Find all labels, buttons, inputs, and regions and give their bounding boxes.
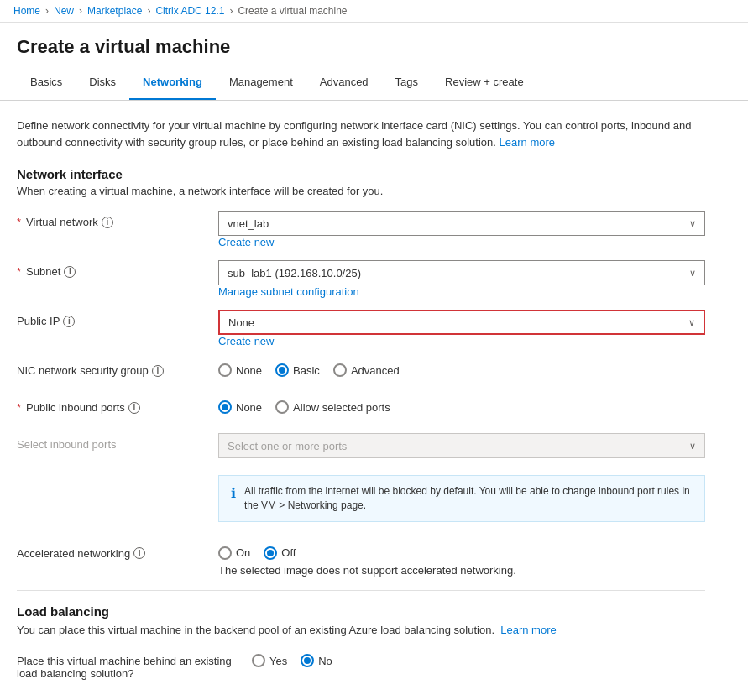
public-ip-control: None ∨ Create new [218, 310, 705, 347]
nic-nsg-none-circle [218, 363, 232, 377]
load-balancing-description: You can place this virtual machine in th… [17, 622, 705, 639]
virtual-network-info-icon[interactable]: i [102, 217, 113, 228]
virtual-network-control: vnet_lab ∨ Create new [218, 211, 705, 248]
breadcrumb-current: Create a virtual machine [238, 5, 347, 17]
nic-nsg-label: NIC network security group i [17, 359, 218, 377]
accelerated-networking-on[interactable]: On [218, 546, 250, 560]
nic-nsg-basic-dot [279, 367, 285, 374]
nic-nsg-advanced[interactable]: Advanced [333, 363, 400, 377]
accelerated-networking-control: On Off The selected image does not suppo… [218, 542, 705, 577]
public-inbound-ports-info-icon[interactable]: i [128, 402, 140, 414]
nic-nsg-row: NIC network security group i None Basic … [17, 359, 705, 384]
place-behind-lb-row: Place this virtual machine behind an exi… [17, 650, 705, 680]
place-behind-lb-no[interactable]: No [301, 654, 332, 667]
public-ip-dropdown-arrow: ∨ [688, 317, 695, 328]
public-inbound-ports-radio-group: None Allow selected ports [218, 396, 705, 414]
nic-nsg-control: None Basic Advanced [218, 359, 705, 377]
tab-bar: Basics Disks Networking Management Advan… [0, 65, 748, 101]
accelerated-networking-note: The selected image does not support acce… [218, 564, 705, 577]
tab-basics[interactable]: Basics [17, 65, 76, 100]
info-box-row: ℹ All traffic from the internet will be … [17, 470, 705, 530]
main-content: Define network connectivity for your vir… [0, 101, 722, 700]
network-interface-title: Network interface [17, 167, 705, 181]
place-behind-lb-yes-circle [252, 654, 265, 667]
public-inbound-ports-allow-circle [275, 400, 289, 414]
breadcrumb-marketplace[interactable]: Marketplace [87, 5, 142, 17]
tab-management[interactable]: Management [216, 65, 306, 100]
place-behind-lb-no-dot [304, 657, 311, 664]
subnet-dropdown-arrow: ∨ [689, 268, 696, 279]
place-behind-lb-no-circle [301, 654, 314, 667]
public-inbound-ports-label: * Public inbound ports i [17, 396, 218, 414]
public-inbound-ports-allow[interactable]: Allow selected ports [275, 400, 390, 414]
public-ip-create-new[interactable]: Create new [218, 335, 274, 347]
accelerated-networking-off[interactable]: Off [264, 546, 296, 560]
tab-advanced[interactable]: Advanced [306, 65, 382, 100]
breadcrumb-new[interactable]: New [54, 5, 74, 17]
subnet-label: * Subnet i [17, 260, 218, 278]
nic-nsg-info-icon[interactable]: i [152, 365, 164, 377]
tab-review-create[interactable]: Review + create [432, 65, 537, 100]
public-ip-dropdown[interactable]: None ∨ [218, 310, 705, 335]
select-inbound-ports-dropdown: Select one or more ports ∨ [218, 433, 705, 458]
virtual-network-label: * Virtual network i [17, 211, 218, 228]
accelerated-networking-off-dot [267, 550, 274, 556]
accelerated-networking-on-circle [218, 546, 232, 560]
public-ip-row: Public IP i None ∨ Create new [17, 310, 705, 347]
virtual-network-create-new[interactable]: Create new [218, 236, 274, 248]
subnet-control: sub_lab1 (192.168.10.0/25) ∨ Manage subn… [218, 260, 705, 298]
select-inbound-ports-control: Select one or more ports ∨ [218, 433, 705, 458]
select-inbound-ports-arrow: ∨ [689, 441, 696, 452]
virtual-network-dropdown[interactable]: vnet_lab ∨ [218, 211, 705, 236]
virtual-network-row: * Virtual network i vnet_lab ∨ Create ne… [17, 211, 705, 248]
place-behind-lb-label: Place this virtual machine behind an exi… [17, 650, 252, 680]
page-description: Define network connectivity for your vir… [17, 118, 705, 150]
breadcrumb-home[interactable]: Home [13, 5, 40, 17]
nic-nsg-radio-group: None Basic Advanced [218, 359, 705, 377]
nic-nsg-basic[interactable]: Basic [275, 363, 320, 377]
nic-nsg-advanced-circle [333, 363, 347, 377]
subnet-manage-link[interactable]: Manage subnet configuration [218, 285, 359, 298]
accelerated-networking-radio-group: On Off [218, 542, 705, 560]
public-inbound-ports-control: None Allow selected ports [218, 396, 705, 414]
nic-nsg-basic-circle [275, 363, 289, 377]
nic-nsg-none[interactable]: None [218, 363, 262, 377]
breadcrumb-citrix[interactable]: Citrix ADC 12.1 [155, 5, 224, 17]
accelerated-networking-info-icon[interactable]: i [133, 547, 145, 559]
accelerated-networking-row: Accelerated networking i On Off The sele… [17, 542, 705, 577]
public-inbound-ports-none-circle [218, 400, 232, 414]
public-ip-label: Public IP i [17, 310, 218, 327]
load-balancing-title: Load balancing [17, 604, 705, 619]
select-inbound-ports-row: Select inbound ports Select one or more … [17, 433, 705, 458]
page-title: Create a virtual machine [0, 23, 748, 65]
public-inbound-ports-none[interactable]: None [218, 400, 262, 414]
place-behind-lb-radio-group: Yes No [252, 650, 705, 667]
breadcrumb: Home › New › Marketplace › Citrix ADC 12… [0, 0, 748, 23]
description-learn-more[interactable]: Learn more [500, 136, 555, 149]
tab-disks[interactable]: Disks [76, 65, 129, 100]
network-interface-sub: When creating a virtual machine, a netwo… [17, 185, 705, 197]
select-inbound-ports-label: Select inbound ports [17, 433, 218, 451]
load-balancing-learn-more[interactable]: Learn more [500, 624, 556, 636]
info-box-icon: ℹ [231, 485, 236, 501]
accelerated-networking-off-circle [264, 546, 277, 560]
accelerated-networking-label: Accelerated networking i [17, 542, 218, 560]
info-box-text: All traffic from the internet will be bl… [244, 484, 693, 513]
section-divider [17, 590, 705, 591]
info-box: ℹ All traffic from the internet will be … [218, 475, 705, 522]
tab-tags[interactable]: Tags [382, 65, 432, 100]
subnet-dropdown[interactable]: sub_lab1 (192.168.10.0/25) ∨ [218, 260, 705, 285]
tab-networking[interactable]: Networking [129, 65, 216, 100]
place-behind-lb-yes[interactable]: Yes [252, 654, 287, 667]
public-ip-info-icon[interactable]: i [63, 316, 75, 327]
public-inbound-ports-row: * Public inbound ports i None Allow sele… [17, 396, 705, 421]
virtual-network-dropdown-arrow: ∨ [689, 218, 696, 229]
subnet-info-icon[interactable]: i [64, 266, 76, 278]
subnet-row: * Subnet i sub_lab1 (192.168.10.0/25) ∨ … [17, 260, 705, 298]
place-behind-lb-control: Yes No [252, 650, 705, 667]
public-inbound-ports-none-dot [222, 404, 228, 410]
